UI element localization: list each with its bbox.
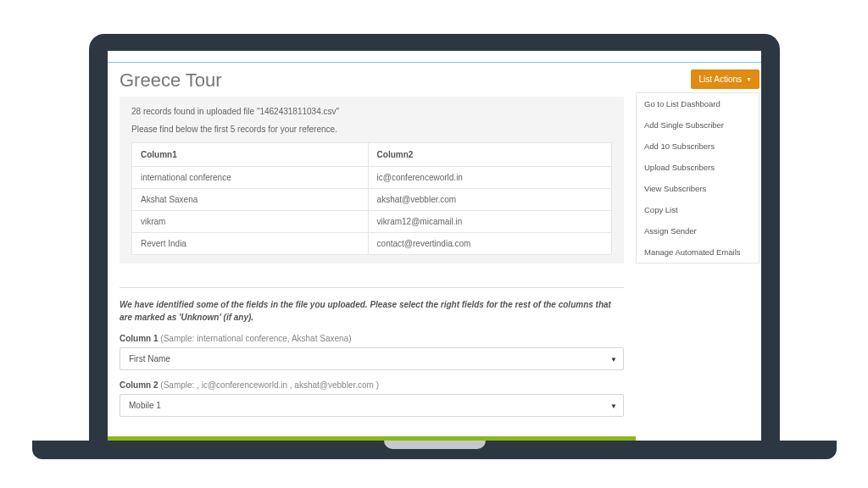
table-row: Akshat Saxena akshat@vebbler.com bbox=[132, 189, 612, 211]
content-area: Greece Tour 28 records found in uploaded… bbox=[108, 63, 761, 441]
dropdown-item-add-single-subscriber[interactable]: Add Single Subscriber bbox=[637, 114, 759, 136]
laptop-frame: Greece Tour 28 records found in uploaded… bbox=[89, 34, 780, 441]
upload-info-panel: 28 records found in uploaded file "14624… bbox=[120, 97, 624, 263]
list-actions-label: List Actions bbox=[698, 75, 742, 84]
table-header-row: Column1 Column2 bbox=[132, 143, 612, 167]
screen: Greece Tour 28 records found in uploaded… bbox=[108, 51, 761, 441]
column1-select[interactable]: First Name bbox=[120, 347, 624, 370]
column1-label: Column 1 (Sample: international conferen… bbox=[120, 334, 624, 343]
list-actions-dropdown: Go to List Dashboard Add Single Subscrib… bbox=[636, 92, 760, 263]
list-actions-button[interactable]: List Actions ▼ bbox=[691, 69, 760, 89]
table-cell: international conference bbox=[132, 167, 369, 189]
table-cell: akshat@vebbler.com bbox=[368, 189, 611, 211]
dropdown-item-copy-list[interactable]: Copy List bbox=[637, 199, 759, 220]
table-cell: Revert India bbox=[132, 233, 369, 255]
dropdown-item-view-subscribers[interactable]: View Subscribers bbox=[637, 178, 759, 199]
right-column: List Actions ▼ Go to List Dashboard Add … bbox=[636, 63, 761, 441]
table-header-col2: Column2 bbox=[368, 143, 611, 167]
column1-select-wrap: First Name ▼ bbox=[120, 347, 624, 370]
dropdown-item-add-10-subscribers[interactable]: Add 10 Subscribers bbox=[637, 136, 759, 157]
table-cell: vikram bbox=[132, 211, 369, 233]
column2-label: Column 2 (Sample: , ic@conferenceworld.i… bbox=[120, 380, 624, 390]
table-row: Revert India contact@revertindia.com bbox=[132, 233, 612, 255]
laptop-notch bbox=[384, 441, 486, 449]
dropdown-item-go-to-dashboard[interactable]: Go to List Dashboard bbox=[637, 93, 759, 114]
dropdown-item-upload-subscribers[interactable]: Upload Subscribers bbox=[637, 157, 759, 178]
dropdown-item-manage-automated-emails[interactable]: Manage Automated Emails bbox=[637, 241, 759, 263]
column2-select[interactable]: Mobile 1 bbox=[120, 394, 624, 417]
reference-text: Please find below the first 5 records fo… bbox=[131, 125, 612, 134]
table-row: vikram vikram12@micamail.in bbox=[132, 211, 612, 233]
column2-select-wrap: Mobile 1 ▼ bbox=[120, 394, 624, 417]
preview-table: Column1 Column2 international conference… bbox=[131, 142, 612, 255]
section-divider bbox=[120, 287, 624, 288]
page-title: Greece Tour bbox=[120, 69, 624, 92]
table-cell: ic@conferenceworld.in bbox=[368, 167, 611, 189]
laptop-base bbox=[32, 441, 837, 459]
records-found-text: 28 records found in uploaded file "14624… bbox=[131, 107, 612, 116]
identify-note: We have identified some of the fields in… bbox=[120, 298, 624, 324]
browser-bar bbox=[108, 51, 761, 63]
table-cell: contact@revertindia.com bbox=[368, 233, 611, 255]
chevron-down-icon: ▼ bbox=[746, 76, 752, 82]
table-cell: vikram12@micamail.in bbox=[368, 211, 611, 233]
dropdown-item-assign-sender[interactable]: Assign Sender bbox=[637, 220, 759, 241]
table-row: international conference ic@conferencewo… bbox=[132, 167, 612, 189]
table-header-col1: Column1 bbox=[132, 143, 369, 167]
table-cell: Akshat Saxena bbox=[132, 189, 369, 211]
main-column: Greece Tour 28 records found in uploaded… bbox=[108, 63, 636, 441]
